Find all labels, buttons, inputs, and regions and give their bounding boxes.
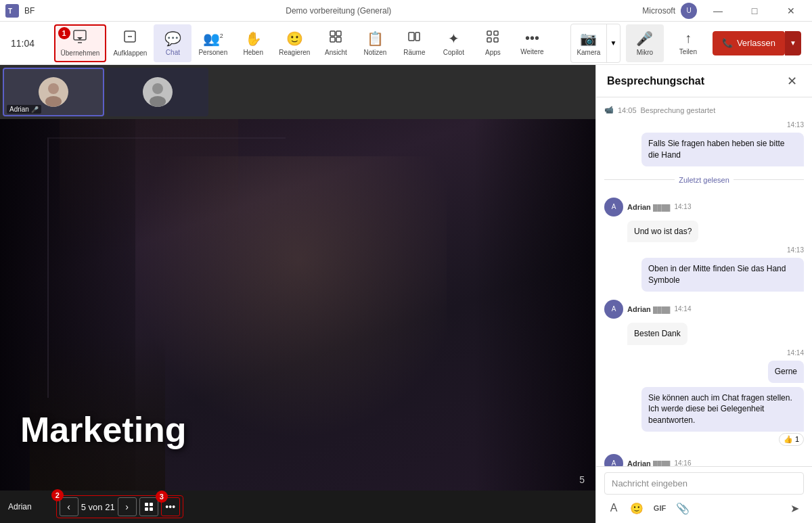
toolbar-right: 📷 Kamera ▼ 🎤 Mikro ↑ Teilen 📞 Verlassen …	[570, 24, 801, 63]
presenter-name: Adrian	[8, 502, 32, 511]
notizen-label: Notizen	[363, 49, 386, 56]
aufklappen-button[interactable]: Aufklappen	[108, 24, 152, 62]
teilen-button[interactable]: ↑ Teilen	[669, 24, 707, 62]
format-icon: A	[610, 502, 618, 514]
svg-rect-7	[330, 31, 335, 36]
outgoing-with-reaction: Sie können auch im Chat fragen stellen. …	[641, 387, 804, 446]
chat-input-area: Nachricht eingeben A 🙂 GIF 📎 ➤	[596, 466, 812, 523]
format-button[interactable]: A	[604, 499, 623, 518]
weitere-button[interactable]: ••• Weitere	[513, 24, 551, 62]
emoji-icon: 🙂	[630, 502, 644, 515]
mikro-icon: 🎤	[636, 30, 653, 47]
incoming-row-2: A Adrian ████ 14:14	[604, 300, 804, 319]
badge-1: 1	[58, 27, 70, 39]
close-icon: ✕	[787, 74, 797, 89]
maximize-button[interactable]: □	[739, 0, 770, 22]
kamera-arrow-button[interactable]: ▼	[606, 24, 620, 62]
participant2-avatar	[143, 77, 173, 107]
sender-time-1: 14:13	[674, 203, 691, 210]
next-icon: ›	[125, 501, 129, 512]
verlassen-button[interactable]: 📞 Verlassen	[713, 31, 785, 55]
svg-rect-25	[145, 507, 148, 511]
apps-button[interactable]: Apps	[474, 24, 512, 62]
time-14-13b: 14:13	[604, 246, 804, 254]
chat-close-button[interactable]: ✕	[782, 72, 801, 91]
chat-title: Besprechungschat	[607, 75, 704, 87]
video-icon: 📹	[604, 106, 614, 114]
reagieren-button[interactable]: 🙂 Reagieren	[273, 24, 315, 62]
toolbar-center: 1 Übernehmen Aufklappen 💬 Chat 👥2 Person…	[54, 24, 551, 62]
heben-button[interactable]: ✋ Heben	[234, 24, 272, 62]
phone-icon: 📞	[722, 38, 733, 48]
zuletzt-gelesen-row: Zuletzt gelesen	[604, 173, 804, 187]
kamera-label: Kamera	[577, 49, 600, 56]
apps-icon	[486, 30, 499, 47]
personen-label: Personen	[198, 49, 227, 56]
chat-icon: 💬	[164, 30, 181, 47]
prev-slide-button[interactable]: ‹	[60, 497, 78, 516]
verlassen-group: 📞 Verlassen ▼	[713, 31, 801, 55]
next-slide-button[interactable]: ›	[118, 497, 137, 516]
close-button[interactable]: ✕	[775, 0, 807, 22]
slide-scene: Marketing 5	[0, 119, 595, 491]
attach-button[interactable]: 📎	[673, 499, 692, 518]
send-button[interactable]: ➤	[785, 499, 804, 518]
title-bar: T BF Demo vorbereitung (General) Microso…	[0, 0, 812, 22]
slide-count: 5 von 21	[81, 502, 115, 512]
personen-icon: 👥2	[203, 30, 223, 47]
gif-icon: GIF	[654, 504, 666, 512]
app-name: BF	[24, 6, 35, 16]
system-time: 14:05	[618, 106, 637, 114]
participant-bar: Adrian 🎤 🔇	[0, 65, 595, 119]
chat-input-toolbar: A 🙂 GIF 📎 ➤	[604, 499, 804, 518]
mikro-button[interactable]: 🎤 Mikro	[626, 24, 664, 62]
incoming-row-3: A Adrian ████ 14:16	[604, 454, 804, 466]
time-14-13: 14:13	[604, 121, 804, 129]
kamera-icon: 📷	[580, 30, 597, 47]
grid-icon	[144, 502, 154, 511]
divider-right	[734, 179, 804, 180]
gif-button[interactable]: GIF	[650, 499, 669, 518]
teams-logo-icon: T	[5, 4, 19, 18]
chat-header: Besprechungschat ✕	[596, 65, 812, 97]
chat-label: Chat	[166, 49, 180, 56]
time-14-14: 14:14	[604, 349, 804, 357]
main-toolbar: 11:04 1 Übernehmen Aufklappen 💬 Chat 👥2 …	[0, 22, 812, 65]
adrian-name-label: Adrian 🎤	[7, 105, 41, 114]
verlassen-arrow-button[interactable]: ▼	[785, 31, 801, 55]
ansicht-button[interactable]: Ansicht	[317, 24, 355, 62]
slide-number: 5	[579, 474, 585, 485]
copilot-icon: ✦	[448, 30, 459, 47]
personen-button[interactable]: 👥2 Personen	[193, 24, 233, 62]
copilot-button[interactable]: ✦ Copilot	[434, 24, 472, 62]
minimize-button[interactable]: —	[702, 0, 734, 22]
title-bar-right: Microsoft U — □ ✕	[642, 0, 807, 22]
raeume-label: Räume	[403, 49, 425, 56]
uebernehmen-button[interactable]: 1 Übernehmen	[54, 24, 107, 62]
ansicht-icon	[329, 30, 342, 47]
thumbsup-icon: 👍	[784, 435, 793, 444]
sender-time-2: 14:14	[674, 305, 691, 313]
divider-left	[604, 179, 675, 180]
svg-rect-15	[487, 38, 491, 42]
adrian-avatar	[39, 77, 68, 107]
notizen-button[interactable]: 📋 Notizen	[356, 24, 394, 62]
ansicht-label: Ansicht	[325, 49, 347, 56]
uebernehmen-label: Übernehmen	[61, 49, 100, 57]
grid-view-button[interactable]	[139, 497, 158, 516]
chat-button[interactable]: 💬 Chat	[154, 24, 191, 62]
copilot-label: Copilot	[443, 49, 464, 56]
outgoing-msg-4: Sie können auch im Chat fragen stellen. …	[604, 387, 804, 446]
raeume-button[interactable]: Räume	[395, 24, 433, 62]
aufklappen-label: Aufklappen	[113, 49, 147, 57]
sender-avatar-2: A	[604, 300, 623, 319]
emoji-button[interactable]: 🙂	[627, 499, 646, 518]
weitere-icon: •••	[525, 30, 539, 46]
sender-name-3: Adrian ████	[627, 459, 670, 466]
kamera-button[interactable]: 📷 Kamera	[571, 24, 606, 62]
raeume-icon	[407, 30, 421, 47]
incoming-bubble-2: Besten Dank	[627, 323, 687, 345]
reagieren-icon: 🙂	[286, 30, 303, 47]
kamera-chevron-icon: ▼	[610, 39, 616, 47]
incoming-bubble-1: Und wo ist das?	[627, 221, 698, 243]
